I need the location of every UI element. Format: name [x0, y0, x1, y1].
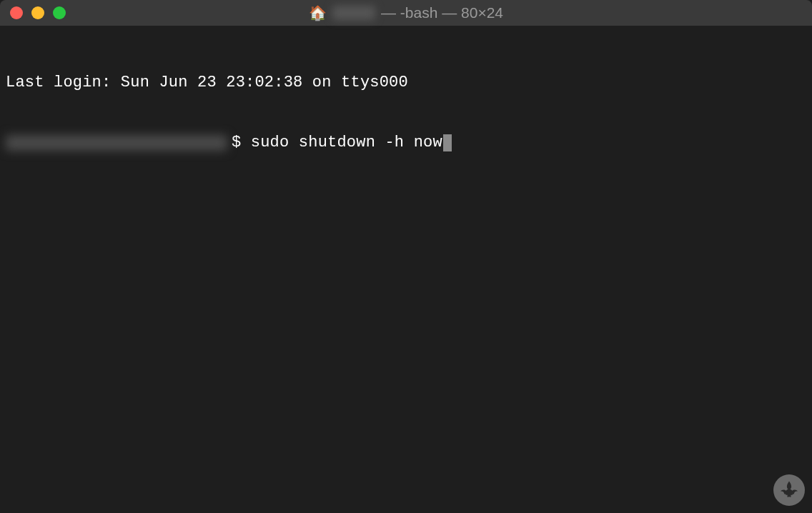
prompt-line: $ sudo shutdown -h now: [6, 133, 806, 153]
cursor: [443, 134, 452, 151]
command-text: sudo shutdown -h now: [251, 133, 442, 153]
fleur-de-lis-icon: [778, 479, 800, 501]
last-login-text: Last login: Sun Jun 23 23:02:38 on ttys0…: [6, 73, 408, 93]
close-button[interactable]: [10, 6, 23, 19]
zoom-button[interactable]: [53, 6, 66, 19]
minimize-button[interactable]: [31, 6, 44, 19]
window-title: 🏠 — -bash — 80×24: [309, 4, 503, 21]
redacted-prompt-text: [6, 135, 227, 151]
last-login-line: Last login: Sun Jun 23 23:02:38 on ttys0…: [6, 73, 806, 93]
home-icon: 🏠: [309, 4, 327, 21]
traffic-lights: [10, 6, 66, 19]
prompt-symbol: $: [232, 133, 251, 153]
terminal-content[interactable]: Last login: Sun Jun 23 23:02:38 on ttys0…: [0, 26, 812, 180]
title-suffix: — -bash — 80×24: [381, 4, 503, 21]
redacted-title-text: [332, 6, 375, 20]
watermark-badge: [773, 474, 805, 506]
window-titlebar: 🏠 — -bash — 80×24: [0, 0, 812, 26]
